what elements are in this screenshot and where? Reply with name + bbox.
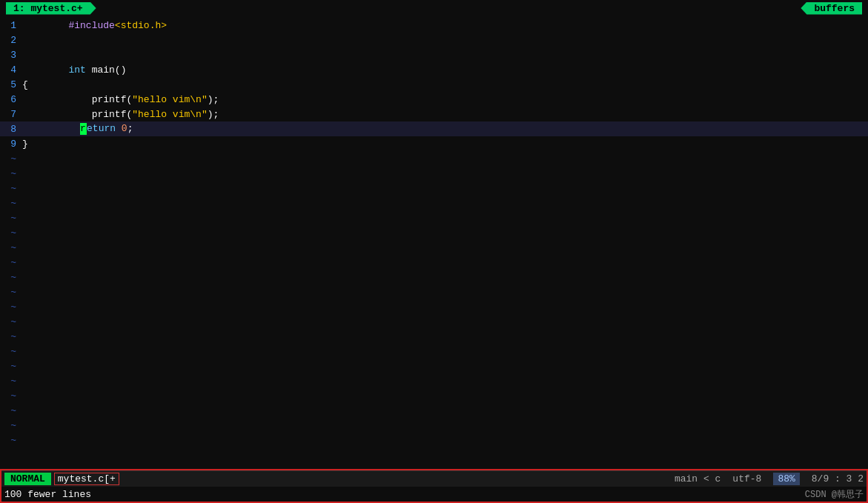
- return-value: 0: [122, 123, 127, 134]
- tilde-line-4: ~: [0, 196, 868, 210]
- tilde-line-8: ~: [0, 255, 868, 270]
- status-wrapper: NORMAL mytest.c[+ main < c utf-8 88% 8/9…: [0, 469, 868, 503]
- status-right: main < c utf-8 88% 8/9 : 3 2: [675, 473, 864, 485]
- tilde-line-7: ~: [0, 240, 868, 255]
- tilde-line-17: ~: [0, 388, 868, 403]
- tilde-line-6: ~: [0, 225, 868, 240]
- message-text: 100 fewer lines: [4, 489, 91, 500]
- line-number-6: 6: [0, 94, 22, 105]
- tilde-line-13: ~: [0, 329, 868, 344]
- line-number-3: 3: [0, 50, 22, 61]
- tilde-line-18: ~: [0, 403, 868, 418]
- editor-container: 1: mytest.c+ buffers 1 #include<stdio.h>…: [0, 0, 868, 503]
- csdn-watermark: CSDN @韩思子: [805, 488, 864, 501]
- line-content-9: }: [22, 139, 28, 150]
- tilde-line-3: ~: [0, 181, 868, 196]
- tilde-line-14: ~: [0, 344, 868, 359]
- line-number-9: 9: [0, 139, 22, 150]
- tab-bar: 1: mytest.c+ buffers: [0, 0, 868, 16]
- indent-8: [68, 123, 80, 134]
- tilde-line-11: ~: [0, 299, 868, 314]
- code-line-1: 1 #include<stdio.h>: [0, 18, 868, 33]
- status-bar: NORMAL mytest.c[+ main < c utf-8 88% 8/9…: [1, 470, 867, 487]
- status-percent: 88%: [773, 473, 799, 485]
- paren: (): [115, 64, 127, 76]
- tilde-line-20: ~: [0, 433, 868, 447]
- cursor: r: [80, 123, 87, 135]
- status-branch: main < c: [675, 473, 720, 484]
- code-line-8: 8 return 0;: [0, 121, 868, 136]
- include-header: <stdio.h>: [115, 20, 167, 31]
- tilde-line-2: ~: [0, 166, 868, 181]
- buffers-label[interactable]: buffers: [801, 2, 862, 15]
- string-7: "hello vim\n": [132, 109, 207, 120]
- code-area: 1 #include<stdio.h> 2 3 4 int main() 5 {: [0, 16, 868, 469]
- line-number-1: 1: [0, 20, 22, 31]
- status-position: 8/9 : 3 2: [812, 473, 864, 484]
- tilde-line-16: ~: [0, 373, 868, 388]
- tilde-line-5: ~: [0, 210, 868, 225]
- code-line-4: 4 int main(): [0, 62, 868, 77]
- tilde-line-1: ~: [0, 151, 868, 166]
- func-name: main: [92, 64, 115, 76]
- return-keyword: eturn: [87, 123, 122, 134]
- line-number-7: 7: [0, 109, 22, 120]
- message-bar: 100 fewer lines CSDN @韩思子: [1, 487, 867, 502]
- tab-item[interactable]: 1: mytest.c+: [6, 2, 96, 15]
- status-encoding: utf-8: [732, 473, 761, 484]
- tilde-line-10: ~: [0, 284, 868, 299]
- tilde-line-15: ~: [0, 359, 868, 373]
- code-line-2: 2: [0, 33, 868, 47]
- include-keyword: #include: [68, 20, 114, 31]
- line-number-5: 5: [0, 79, 22, 90]
- line-number-4: 4: [0, 64, 22, 76]
- line-number-2: 2: [0, 35, 22, 46]
- type-keyword: int: [68, 64, 91, 76]
- code-line-9: 9 }: [0, 136, 868, 151]
- line-number-8: 8: [0, 124, 22, 135]
- status-filename: mytest.c[+: [54, 473, 119, 485]
- code-line-3: 3: [0, 47, 868, 62]
- status-mode: NORMAL: [4, 473, 51, 485]
- tilde-line-19: ~: [0, 418, 868, 433]
- tilde-line-12: ~: [0, 314, 868, 329]
- tilde-line-9: ~: [0, 270, 868, 284]
